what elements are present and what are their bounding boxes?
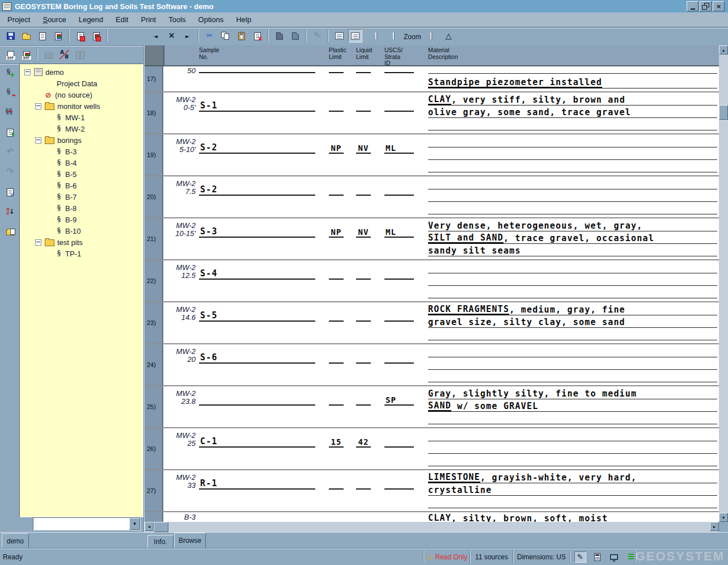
uscs-strata-field[interactable] (384, 187, 414, 196)
monitor-button[interactable] (608, 551, 620, 563)
tree-expander-icon[interactable] (24, 69, 31, 75)
tree-item-b-8[interactable]: §B-8 (20, 203, 143, 214)
open-report-button[interactable] (3, 225, 18, 238)
export-dxf-button[interactable] (3, 48, 18, 61)
row-number[interactable]: 20) (145, 176, 163, 217)
row-number[interactable]: 17) (145, 66, 163, 91)
tab-project-demo[interactable]: demo (2, 533, 29, 548)
uscs-strata-field[interactable]: ML (384, 229, 414, 238)
export-dxf-graphic-button[interactable] (19, 48, 33, 61)
description-line[interactable]: LIMESTONE, grayish-white, very hard, (428, 472, 717, 483)
plastic-limit-field[interactable] (329, 480, 344, 490)
uscs-strata-field[interactable] (384, 313, 414, 322)
description-line[interactable] (428, 178, 717, 189)
description-line[interactable] (428, 430, 717, 441)
zoom-slider[interactable]: Zoom (367, 31, 440, 41)
tab-info[interactable]: Info. (147, 535, 173, 548)
scroll-right-icon[interactable]: ► (710, 522, 719, 531)
sample-no-field[interactable] (199, 58, 315, 73)
description-line[interactable]: gravel size, silty clay, some sand (428, 317, 717, 328)
sample-no-field[interactable]: S-4 (199, 265, 315, 280)
uscs-strata-field[interactable]: ML (384, 145, 414, 154)
tree-item-borings[interactable]: borings (20, 134, 143, 146)
plastic-limit-field[interactable] (329, 355, 344, 364)
sample-no-field[interactable]: S-6 (199, 349, 315, 364)
graphic-log-button[interactable] (51, 29, 65, 43)
plastic-limit-field[interactable] (329, 64, 344, 73)
menu-edit[interactable]: Edit (109, 13, 134, 26)
description-line[interactable]: ROCK FRAGMENTS, medium, gray, fine (428, 304, 717, 315)
plastic-limit-field[interactable] (329, 397, 344, 406)
description-line[interactable]: Standpipe piezometer installed (428, 77, 717, 88)
tree-item-b-6[interactable]: §B-6 (20, 180, 143, 191)
sample-no-field[interactable]: S-2 (199, 139, 315, 154)
liquid-limit-field[interactable] (356, 64, 371, 73)
tree-item-mw-2[interactable]: §MW-2 (20, 123, 143, 134)
sample-no-field[interactable]: S-2 (199, 181, 315, 196)
uscs-strata-field[interactable] (384, 103, 414, 112)
liquid-limit-field[interactable] (356, 355, 371, 364)
description-line[interactable] (428, 442, 717, 454)
row-number[interactable] (145, 512, 163, 522)
scroll-left-icon[interactable]: ◄ (145, 522, 154, 531)
copy-button[interactable] (218, 29, 232, 43)
plastic-limit-field[interactable] (329, 271, 344, 280)
liquid-limit-field[interactable] (356, 271, 371, 280)
description-line[interactable] (428, 275, 717, 286)
tree-item-b-3[interactable]: §B-3 (20, 146, 143, 157)
sample-no-field[interactable]: S-3 (199, 223, 315, 238)
horizontal-scroll-track[interactable] (168, 522, 710, 532)
list-view-button[interactable] (332, 29, 346, 43)
row-number[interactable]: 26) (145, 428, 163, 469)
description-line[interactable] (428, 119, 717, 130)
menu-legend[interactable]: Legend (73, 13, 109, 26)
scroll-down-icon[interactable]: ▼ (719, 513, 728, 522)
menu-tools[interactable]: Tools (162, 13, 192, 26)
paste-button[interactable] (234, 29, 248, 43)
plastic-limit-field[interactable] (329, 103, 344, 112)
tree-item-b-7[interactable]: §B-7 (20, 191, 143, 203)
description-line[interactable]: Very dense, heterogeneous, wet, gray, (428, 220, 717, 231)
combobox-value[interactable] (33, 518, 129, 530)
next-record-button[interactable] (180, 29, 194, 43)
machine-button[interactable] (41, 48, 56, 61)
delete-record-button[interactable] (164, 29, 179, 43)
liquid-limit-field[interactable]: 42 (356, 438, 371, 448)
horizontal-scrollbar[interactable]: ◄ ► (145, 522, 719, 532)
description-line[interactable] (428, 346, 717, 357)
sample-no-field[interactable] (199, 391, 315, 406)
restore-icon[interactable] (700, 1, 712, 11)
plastic-limit-field[interactable] (329, 313, 344, 322)
description-line[interactable] (428, 191, 717, 202)
transfer-borings-button[interactable] (3, 106, 18, 119)
source-combobox[interactable]: ▼ (33, 517, 141, 530)
report-page-2-button[interactable] (288, 29, 302, 43)
sample-no-field[interactable]: R-1 (199, 475, 315, 490)
vertical-scrollbar[interactable]: ▲ ▼ (719, 45, 728, 522)
tree-item-b-9[interactable]: §B-9 (20, 214, 143, 225)
detail-view-button[interactable] (348, 29, 362, 43)
row-number[interactable]: 18) (145, 92, 163, 133)
description-line[interactable]: olive gray, some sand, trace gravel (428, 107, 717, 118)
description-line[interactable]: CLAY, silty, brown, soft, moist (428, 512, 717, 522)
sort-records-button[interactable] (310, 29, 324, 43)
row-number[interactable]: 27) (145, 470, 163, 511)
row-number[interactable]: 22) (145, 260, 163, 301)
prev-record-button[interactable] (149, 29, 163, 43)
liquid-limit-field[interactable] (356, 397, 371, 406)
row-number[interactable]: 21) (145, 218, 163, 259)
row-number[interactable]: 24) (145, 344, 163, 385)
tree-item-tp-1[interactable]: §TP-1 (20, 248, 143, 259)
scroll-up-icon[interactable]: ▲ (719, 45, 728, 54)
uscs-strata-field[interactable] (384, 438, 414, 448)
tree-item-b-10[interactable]: §B-10 (20, 225, 143, 237)
tree-item-demo[interactable]: demo (20, 66, 143, 78)
tree-item-b-4[interactable]: §B-4 (20, 157, 143, 168)
undo-button[interactable] (3, 145, 18, 159)
tree-item-b-5[interactable]: §B-5 (20, 168, 143, 180)
tree-item-test-pits[interactable]: test pits (20, 237, 143, 248)
description-line[interactable] (428, 413, 717, 424)
open-button[interactable] (19, 29, 33, 43)
chevron-down-icon[interactable]: ▼ (129, 518, 140, 530)
menu-options[interactable]: Options (192, 13, 230, 26)
